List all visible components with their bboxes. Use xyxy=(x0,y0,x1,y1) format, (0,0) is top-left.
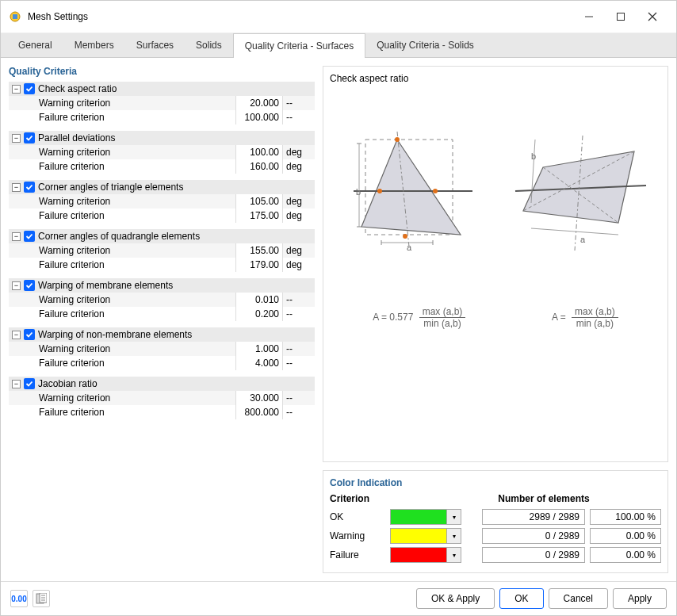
criteria-tree: − Check aspect ratio Warning criterion 2… xyxy=(9,82,315,573)
expander-icon[interactable]: − xyxy=(12,183,21,192)
color-headers: Criterion Number of elements xyxy=(330,493,661,504)
criteria-row-value[interactable]: 100.000 xyxy=(235,110,283,124)
save-template-button[interactable] xyxy=(33,590,50,607)
svg-point-12 xyxy=(433,189,438,193)
tab-bar: GeneralMembersSurfacesSolidsQuality Crit… xyxy=(1,33,676,58)
criteria-row: Failure criterion 160.00 deg xyxy=(9,159,315,174)
color-picker[interactable]: ▾ xyxy=(390,509,461,525)
svg-point-11 xyxy=(377,189,382,193)
criteria-row: Warning criterion 1.000 -- xyxy=(9,342,315,356)
criteria-row-label: Failure criterion xyxy=(39,209,235,223)
criteria-row-label: Failure criterion xyxy=(39,110,235,124)
label-a: a xyxy=(580,235,586,244)
expander-icon[interactable]: − xyxy=(12,232,21,241)
color-row-label: OK xyxy=(330,511,385,522)
criteria-group-label: Parallel deviations xyxy=(38,132,115,143)
criteria-row-label: Warning criterion xyxy=(39,96,235,110)
color-row: Failure ▾ 0 / 2989 0.00 % xyxy=(330,547,661,563)
checkbox[interactable] xyxy=(24,83,35,94)
criteria-row-unit: -- xyxy=(283,391,315,405)
criteria-row-value[interactable]: 800.000 xyxy=(235,405,283,419)
color-swatch xyxy=(391,510,446,524)
checkbox[interactable] xyxy=(24,329,35,340)
criteria-row-value[interactable]: 1.000 xyxy=(235,342,283,356)
criteria-row: Warning criterion 100.00 deg xyxy=(9,145,315,159)
checkbox[interactable] xyxy=(24,378,35,389)
criteria-row-value[interactable]: 179.00 xyxy=(235,258,283,272)
minimize-button[interactable] xyxy=(573,6,605,28)
checkbox[interactable] xyxy=(24,182,35,193)
expander-icon[interactable]: − xyxy=(12,281,21,290)
expander-icon[interactable]: − xyxy=(12,134,21,143)
color-picker[interactable]: ▾ xyxy=(390,547,461,563)
units-button[interactable]: 0.00 xyxy=(10,590,28,607)
checkbox[interactable] xyxy=(24,132,35,143)
color-swatch xyxy=(391,529,446,543)
criteria-group-header[interactable]: − Warping of membrane elements xyxy=(9,278,315,293)
checkbox[interactable] xyxy=(24,231,35,242)
criteria-group-header[interactable]: − Check aspect ratio xyxy=(9,82,315,96)
maximize-button[interactable] xyxy=(605,6,637,28)
expander-icon[interactable]: − xyxy=(12,380,21,388)
criteria-group-label: Corner angles of quadrangle elements xyxy=(38,231,200,242)
ok-button[interactable]: OK xyxy=(499,588,543,609)
criteria-row: Warning criterion 20.000 -- xyxy=(9,96,315,110)
preview-panel: Check aspect ratio b a xyxy=(323,66,668,462)
criteria-group-label: Warping of membrane elements xyxy=(38,280,173,291)
criteria-row-value[interactable]: 20.000 xyxy=(235,96,283,110)
tab-general[interactable]: General xyxy=(7,33,63,57)
criteria-row-value[interactable]: 160.00 xyxy=(235,159,283,174)
tab-surfaces[interactable]: Surfaces xyxy=(125,33,185,57)
quadrangle-diagram: b a xyxy=(507,124,650,266)
criteria-group-header[interactable]: − Parallel deviations xyxy=(9,131,315,145)
criteria-row: Failure criterion 0.200 -- xyxy=(9,307,315,321)
criteria-group-header[interactable]: − Corner angles of triangle elements xyxy=(9,180,315,194)
formula-2: A = max (a,b) min (a,b) xyxy=(552,306,618,329)
criteria-row-value[interactable]: 30.000 xyxy=(235,391,283,405)
criteria-row-value[interactable]: 155.00 xyxy=(235,243,283,258)
apply-button[interactable]: Apply xyxy=(613,588,667,609)
ok-apply-button[interactable]: OK & Apply xyxy=(416,588,495,609)
criteria-row: Warning criterion 30.000 -- xyxy=(9,391,315,405)
expander-icon[interactable]: − xyxy=(12,85,21,94)
app-icon xyxy=(9,10,21,23)
criteria-group-label: Check aspect ratio xyxy=(38,83,117,94)
criteria-row-unit: -- xyxy=(283,293,315,307)
color-heading: Color Indication xyxy=(330,477,661,488)
criteria-row-value[interactable]: 175.00 xyxy=(235,209,283,223)
right-panel: Check aspect ratio b a xyxy=(323,66,668,573)
criteria-group-label: Corner angles of triangle elements xyxy=(38,182,183,193)
criteria-row-value[interactable]: 0.010 xyxy=(235,293,283,307)
criteria-row-value[interactable]: 105.00 xyxy=(235,194,283,209)
criteria-row: Warning criterion 155.00 deg xyxy=(9,243,315,258)
tab-solids[interactable]: Solids xyxy=(185,33,233,57)
criteria-row-value[interactable]: 100.00 xyxy=(235,145,283,159)
cancel-button[interactable]: Cancel xyxy=(549,588,608,609)
criteria-row: Warning criterion 105.00 deg xyxy=(9,194,315,209)
criteria-row-label: Warning criterion xyxy=(39,243,235,258)
color-picker[interactable]: ▾ xyxy=(390,528,461,544)
tab-quality-criteria-surfaces[interactable]: Quality Criteria - Surfaces xyxy=(233,33,365,58)
dropdown-icon[interactable]: ▾ xyxy=(446,529,461,543)
element-pct-field: 0.00 % xyxy=(590,528,661,544)
criteria-row: Failure criterion 800.000 -- xyxy=(9,405,315,419)
tab-members[interactable]: Members xyxy=(63,33,125,57)
criteria-row-label: Failure criterion xyxy=(39,258,235,272)
criteria-group-header[interactable]: − Jacobian ratio xyxy=(9,377,315,391)
criteria-group-header[interactable]: − Corner angles of quadrangle elements xyxy=(9,229,315,243)
criteria-row-value[interactable]: 0.200 xyxy=(235,307,283,321)
close-button[interactable] xyxy=(637,6,668,28)
dropdown-icon[interactable]: ▾ xyxy=(446,510,461,524)
dropdown-icon[interactable]: ▾ xyxy=(446,548,461,562)
color-row-label: Failure xyxy=(330,549,385,561)
criteria-row-value[interactable]: 4.000 xyxy=(235,356,283,370)
svg-point-10 xyxy=(395,137,400,142)
color-row: Warning ▾ 0 / 2989 0.00 % xyxy=(330,528,661,544)
expander-icon[interactable]: − xyxy=(12,331,21,339)
criteria-row-unit: -- xyxy=(283,356,315,370)
tab-quality-criteria-solids[interactable]: Quality Criteria - Solids xyxy=(365,33,485,57)
criteria-group-header[interactable]: − Warping of non-membrane elements xyxy=(9,327,315,342)
criteria-row-unit: deg xyxy=(283,209,315,223)
criteria-row-label: Warning criterion xyxy=(39,391,235,405)
checkbox[interactable] xyxy=(24,280,35,291)
